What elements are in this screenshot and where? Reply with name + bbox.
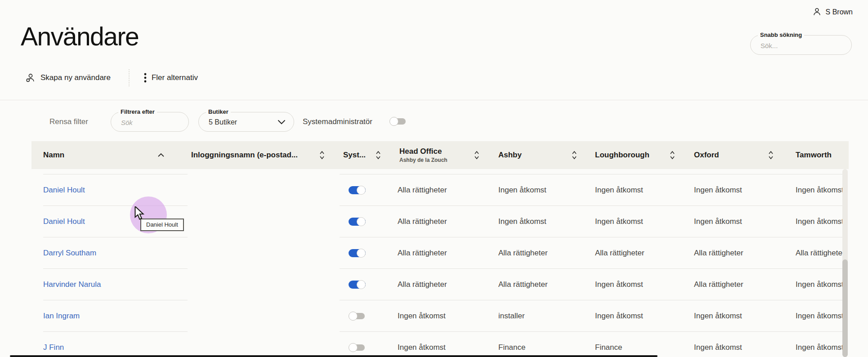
column-header-loughborough[interactable]: Loughborough [595, 141, 676, 169]
quick-search-label: Snabb sökning [758, 31, 804, 38]
column-header-inloggningsnamn[interactable]: Inloggningsnamn (e-postad... [191, 141, 325, 169]
mouse-cursor-icon [134, 206, 145, 220]
loughborough-cell: Ingen åtkomst [595, 269, 643, 300]
user-link[interactable]: Ian Ingram [43, 312, 80, 321]
sort-asc-icon[interactable] [157, 153, 165, 157]
table-header: Namn Inloggningsnamn (e-postad... Syst..… [31, 141, 849, 169]
more-options-button[interactable]: Fler alternativ [144, 72, 198, 83]
vertical-scrollbar[interactable] [842, 169, 848, 357]
sort-icon[interactable] [768, 150, 774, 160]
bottom-edge-bar [10, 355, 658, 357]
column-label: Head Office [399, 147, 447, 156]
user-name: S Brown [826, 8, 853, 16]
tamworth-cell: Ingen åtkomst [796, 174, 849, 206]
column-label: Syst... [343, 151, 366, 160]
column-label: Tamworth [796, 151, 832, 160]
column-header-oxford[interactable]: Oxford [694, 141, 774, 169]
user-name-cell: J Finn [43, 332, 64, 357]
clear-filters-button[interactable]: Rensa filter [49, 117, 88, 126]
user-name-cell: Daniel Hoult [43, 206, 85, 237]
user-link[interactable]: Daniel Hoult [43, 217, 85, 226]
sysadmin-cell [349, 206, 366, 237]
head-office-cell: Alla rättigheter [398, 237, 447, 269]
sort-icon[interactable] [375, 150, 381, 160]
action-bar: Skapa ny användare Fler alternativ [25, 68, 198, 87]
sort-icon[interactable] [474, 150, 480, 160]
sysadmin-row-toggle[interactable] [349, 249, 366, 258]
name-tooltip: Daniel Hoult [140, 219, 184, 231]
column-header-systemadmin[interactable]: Syst... [343, 141, 381, 169]
users-table: Namn Inloggningsnamn (e-postad... Syst..… [31, 141, 849, 357]
oxford-cell: Alla rättigheter [694, 237, 743, 269]
oxford-cell: Ingen åtkomst [694, 174, 742, 206]
stores-select[interactable]: Butiker 5 Butiker [198, 112, 294, 132]
sysadmin-row-toggle[interactable] [349, 312, 366, 321]
loughborough-cell: Alla rättigheter [595, 237, 644, 269]
ashby-cell: Alla rättigheter [498, 269, 548, 300]
column-label: Namn [43, 151, 64, 160]
loughborough-cell: Ingen åtkomst [595, 300, 643, 332]
page-title: Användare [21, 22, 139, 51]
ashby-cell: Ingen åtkomst [498, 174, 546, 206]
sysadmin-cell [349, 332, 366, 357]
loughborough-cell: Ingen åtkomst [595, 174, 643, 206]
actions-divider [129, 69, 130, 86]
user-menu[interactable]: S Brown [812, 7, 853, 17]
user-name-cell: Darryl Southam [43, 237, 96, 269]
create-user-button[interactable]: Skapa ny användare [25, 73, 111, 83]
head-office-cell: Alla rättigheter [398, 269, 447, 300]
filter-by-field: Filtrera efter [111, 112, 189, 132]
sysadmin-row-toggle[interactable] [349, 186, 366, 195]
user-name-cell: Ian Ingram [43, 300, 80, 332]
ashby-cell: installer [498, 300, 525, 332]
scrollbar-thumb[interactable] [842, 259, 848, 357]
sort-icon[interactable] [319, 150, 325, 160]
table-row: Darryl Southam Alla rättigheter Alla rät… [31, 237, 849, 269]
chevron-down-icon [277, 120, 286, 125]
head-office-cell: Ingen åtkomst [398, 300, 446, 332]
column-header-namn[interactable]: Namn [43, 141, 165, 169]
sysadmin-row-toggle[interactable] [349, 280, 366, 289]
column-header-tamworth[interactable]: Tamworth [796, 141, 849, 169]
table-row: Harvinder Narula Alla rättigheter Alla r… [31, 269, 849, 300]
sort-icon[interactable] [669, 150, 676, 160]
user-name-cell: Harvinder Narula [43, 269, 101, 300]
kebab-menu-icon [144, 72, 147, 83]
sysadmin-cell [349, 237, 366, 269]
column-header-head-office[interactable]: Head Office Ashby de la Zouch [399, 141, 480, 169]
sysadmin-row-toggle[interactable] [349, 343, 366, 352]
user-name-cell: Daniel Hoult [43, 174, 85, 206]
column-header-ashby[interactable]: Ashby [498, 141, 577, 169]
sort-icon[interactable] [571, 150, 577, 160]
stores-selected-value: 5 Butiker [209, 117, 237, 126]
column-sublabel: Ashby de la Zouch [399, 157, 447, 163]
user-link[interactable]: Darryl Southam [43, 249, 96, 258]
column-label: Inloggningsnamn (e-postad... [191, 151, 298, 160]
tamworth-cell: Ingen åtkomst [796, 300, 849, 332]
sysadmin-row-toggle[interactable] [349, 217, 366, 226]
add-user-icon [25, 73, 36, 83]
user-link[interactable]: J Finn [43, 343, 64, 352]
ashby-cell: Finance [498, 332, 525, 357]
oxford-cell: Ingen åtkomst [694, 206, 742, 237]
table-row: J Finn Ingen åtkomst Finance Finance Ing… [31, 332, 849, 357]
user-link[interactable]: Daniel Hoult [43, 186, 85, 195]
head-office-cell: Alla rättigheter [398, 206, 447, 237]
column-label: Oxford [694, 151, 719, 160]
head-office-cell: Alla rättigheter [398, 174, 447, 206]
oxford-cell: Ingen åtkomst [694, 332, 742, 357]
quick-search-input[interactable] [751, 36, 851, 54]
filter-by-label: Filtrera efter [118, 108, 157, 115]
filter-by-input[interactable] [111, 112, 188, 131]
toggle-knob [389, 117, 398, 126]
stores-label: Butiker [206, 108, 231, 115]
sysadmin-cell [349, 269, 366, 300]
user-link[interactable]: Harvinder Narula [43, 280, 101, 289]
sysadmin-cell [349, 300, 366, 332]
scrolled-row-stub [31, 169, 849, 174]
column-label: Ashby [498, 151, 522, 160]
tamworth-cell: Alla rättigheter [796, 237, 849, 269]
table-row: Ian Ingram Ingen åtkomst installer Ingen… [31, 300, 849, 332]
sysadmin-filter-toggle[interactable] [389, 117, 407, 126]
tamworth-cell: Ingen åtkomst [796, 206, 849, 237]
